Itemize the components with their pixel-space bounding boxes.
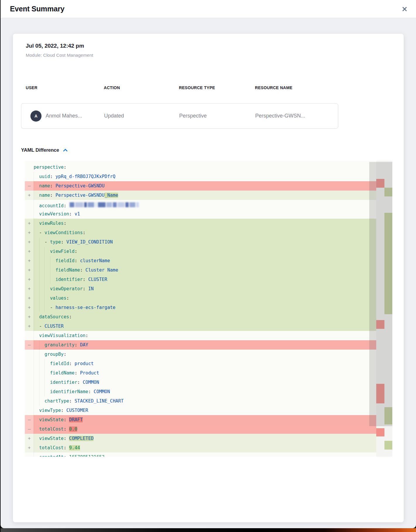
yaml-difference-toggle[interactable]: YAML Difference xyxy=(21,147,67,153)
drawer-body: Jul 05, 2022, 12:42 pm Module: Cloud Cos… xyxy=(1,18,416,528)
yaml-colon: : xyxy=(83,286,88,291)
redacted-value xyxy=(70,200,140,209)
indent-guide xyxy=(34,237,39,247)
yaml-value-changed: _Name xyxy=(105,193,118,198)
indent-guide xyxy=(44,293,50,303)
indent-guide xyxy=(34,200,39,209)
diff-line: +viewRules: xyxy=(25,219,376,228)
event-timestamp: Jul 05, 2022, 12:42 pm xyxy=(26,42,396,49)
yaml-value: Perspective-GWSNDU xyxy=(56,183,105,189)
yaml-key: values xyxy=(50,296,66,301)
diff-line: createdAt: 1657005121653 xyxy=(25,452,376,457)
indent-guide xyxy=(39,303,45,312)
diff-gutter-sign: + xyxy=(25,434,34,443)
diff-gutter-sign: + xyxy=(25,237,34,247)
diff-gutter-sign xyxy=(25,387,34,396)
yaml-dash: - xyxy=(39,230,45,235)
indent-guide xyxy=(34,396,39,406)
diff-scrollbar-slider[interactable] xyxy=(369,162,392,426)
diff-line-code: identifier: COMMON xyxy=(34,378,376,387)
yaml-key: accountId xyxy=(39,203,64,208)
audit-table-row[interactable]: A Anmol Mahes... Updated Perspective Per… xyxy=(21,103,338,129)
redacted-block xyxy=(136,202,139,207)
column-header-user: USER xyxy=(26,85,104,90)
yaml-key: fieldName xyxy=(56,267,80,273)
indent-guide xyxy=(34,378,39,387)
indent-guide xyxy=(34,359,39,368)
yaml-value: COMMON xyxy=(83,380,99,385)
diff-line: viewVersion: v1 xyxy=(25,209,376,219)
yaml-colon: : xyxy=(64,352,66,357)
diff-line-code: - viewConditions: xyxy=(34,228,376,237)
yaml-colon: : xyxy=(69,398,75,404)
diff-line: +totalCost: 9.44 xyxy=(25,443,376,452)
yaml-value: Product xyxy=(80,370,99,376)
indent-guide xyxy=(34,219,39,228)
yaml-colon: : xyxy=(50,183,56,189)
page-title: Event Summary xyxy=(10,5,64,13)
yaml-colon: : xyxy=(50,193,56,198)
diff-line: chartType: STACKED_LINE_CHART xyxy=(25,396,376,406)
yaml-colon: : xyxy=(66,296,69,301)
user-name: Anmol Mahes... xyxy=(46,113,82,119)
diff-line: +viewOperator: IN xyxy=(25,284,376,293)
yaml-difference-label: YAML Difference xyxy=(21,147,59,153)
diff-line-code: perspective: xyxy=(34,163,376,172)
indent-guide xyxy=(39,359,45,368)
yaml-value: VIEW_ID_CONDITION xyxy=(66,239,113,245)
diff-line-code: viewRules: xyxy=(34,219,376,228)
yaml-key: perspective xyxy=(34,165,64,170)
diff-line-code: identifierName: COMMON xyxy=(34,387,376,396)
diff-line: +- type: VIEW_ID_CONDITION xyxy=(25,237,376,247)
indent-guide xyxy=(34,265,39,275)
indent-guide xyxy=(34,228,39,237)
yaml-value: product xyxy=(75,361,94,366)
yaml-key: viewVersion xyxy=(39,211,69,217)
yaml-value: CUSTOMER xyxy=(66,408,88,413)
yaml-value: harness-se-ecs-fargate xyxy=(56,305,115,310)
indent-guide xyxy=(39,265,45,275)
yaml-colon: : xyxy=(69,314,72,319)
diff-gutter-sign xyxy=(25,209,34,219)
yaml-diff-viewer[interactable]: perspective:uuid: ypRq_d-fRBOJ7QJKxPDfrQ… xyxy=(25,161,392,457)
yaml-key: viewOperator xyxy=(50,286,83,291)
yaml-colon: : xyxy=(75,342,80,348)
diff-gutter-sign xyxy=(25,378,34,387)
diff-line: +viewField: xyxy=(25,247,376,256)
diff-gutter-sign: + xyxy=(25,265,34,275)
yaml-value: IN xyxy=(88,286,94,291)
diff-line: +viewState: COMPLETED xyxy=(25,434,376,443)
diff-line-code: fieldId: product xyxy=(34,359,376,368)
indent-guide xyxy=(34,331,39,340)
yaml-key: fieldId xyxy=(50,361,69,366)
close-button[interactable] xyxy=(400,4,410,14)
yaml-colon: : xyxy=(83,230,85,235)
indent-guide xyxy=(34,181,39,191)
diff-line-code: totalCost: 0.0 xyxy=(34,424,376,434)
yaml-key: viewRules xyxy=(39,221,64,226)
yaml-value: STACKED_LINE_CHART xyxy=(75,398,124,404)
indent-guide xyxy=(39,368,45,378)
diff-gutter-sign: — xyxy=(25,340,34,350)
indent-guide xyxy=(44,275,50,284)
drawer-header: Event Summary xyxy=(1,0,416,18)
diff-line: perspective: xyxy=(25,163,376,172)
diff-gutter-sign xyxy=(25,163,34,172)
indent-guide xyxy=(39,350,45,359)
column-header-resource-type: RESOURCE TYPE xyxy=(179,85,255,90)
diff-line: accountId: xyxy=(25,200,376,209)
diff-gutter-sign: + xyxy=(25,443,34,452)
desktop-background-strip xyxy=(1,528,416,532)
diff-line-code: accountId: xyxy=(34,200,376,209)
indent-guide xyxy=(44,303,50,312)
yaml-key: name xyxy=(39,193,50,198)
yaml-key: fieldId xyxy=(56,258,75,263)
indent-guide xyxy=(39,340,45,350)
yaml-colon: : xyxy=(75,249,77,254)
diff-gutter-sign xyxy=(25,452,34,457)
yaml-colon: : xyxy=(75,370,80,376)
yaml-colon: : xyxy=(64,455,69,457)
diff-line-code: viewOperator: IN xyxy=(34,284,376,293)
diff-gutter-sign: + xyxy=(25,303,34,312)
diff-line-code: - CLUSTER xyxy=(34,322,376,331)
